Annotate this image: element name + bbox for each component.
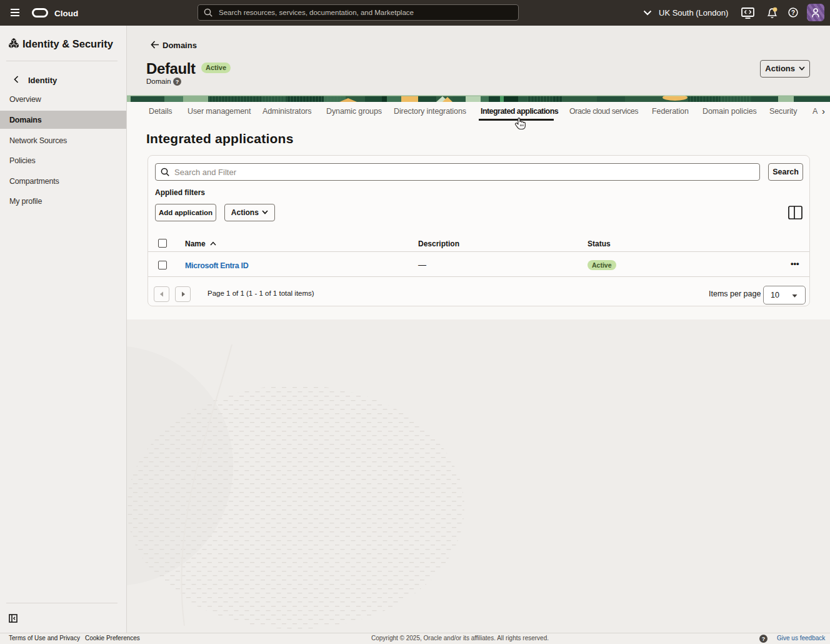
svg-text:?: ? (762, 636, 766, 642)
svg-text:?: ? (791, 9, 795, 16)
svg-text:?: ? (176, 79, 179, 85)
